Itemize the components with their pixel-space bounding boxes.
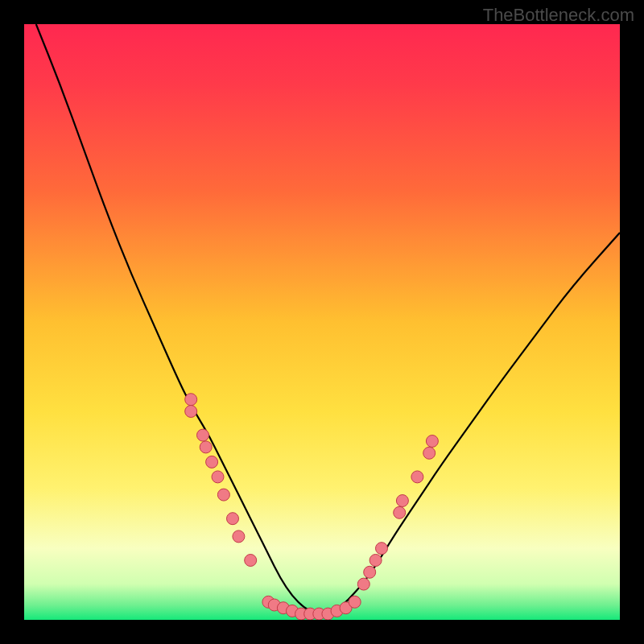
- marker-dot: [349, 596, 361, 608]
- watermark-text: TheBottleneck.com: [483, 5, 634, 26]
- marker-dot: [357, 578, 369, 590]
- marker-dot: [411, 471, 423, 483]
- marker-dot: [233, 530, 245, 543]
- marker-dot: [197, 429, 209, 441]
- marker-dot: [396, 495, 408, 507]
- plot-area: [24, 24, 620, 620]
- marker-dot: [206, 456, 218, 468]
- marker-dot: [227, 513, 239, 525]
- bottleneck-curve: [36, 24, 620, 614]
- data-markers: [185, 394, 439, 620]
- marker-dot: [369, 555, 382, 567]
- marker-dot: [185, 394, 197, 406]
- chart-container: TheBottleneck.com: [0, 0, 644, 644]
- marker-dot: [423, 447, 436, 459]
- marker-dot: [394, 506, 406, 518]
- marker-dot: [376, 543, 388, 555]
- marker-dot: [212, 471, 224, 483]
- marker-dot: [217, 489, 229, 501]
- marker-dot: [364, 566, 376, 578]
- marker-dot: [200, 441, 212, 453]
- marker-dot: [245, 555, 257, 567]
- curve-layer: [24, 24, 620, 620]
- marker-dot: [185, 406, 197, 418]
- marker-dot: [426, 436, 438, 448]
